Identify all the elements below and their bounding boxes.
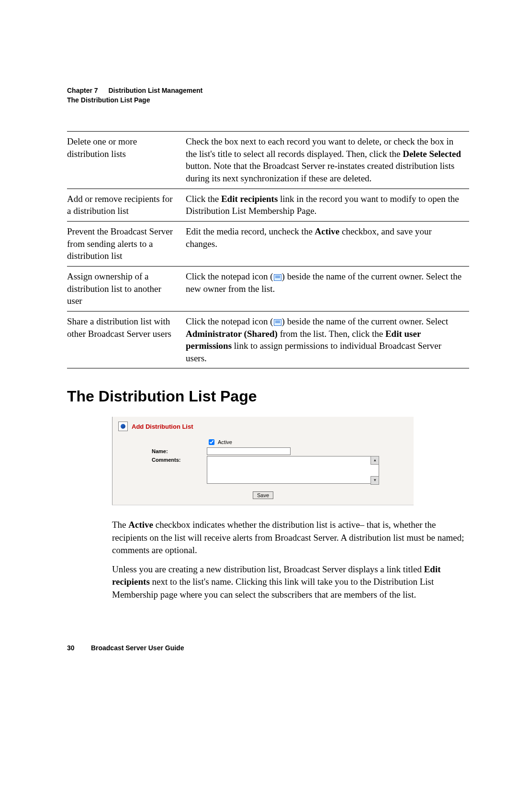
task-cell: Delete one or more distribution lists [67, 132, 186, 189]
save-button[interactable]: Save [253, 491, 273, 499]
task-cell: Share a distribution list with other Bro… [67, 311, 186, 368]
tasks-table: Delete one or more distribution lists Ch… [67, 131, 469, 368]
name-label: Name: [152, 447, 207, 454]
chapter-label: Chapter 7 [67, 87, 98, 94]
name-field[interactable] [207, 447, 291, 455]
desc-cell: Click the notepad icon () beside the nam… [186, 311, 469, 368]
desc-cell: Click the notepad icon () beside the nam… [186, 266, 469, 311]
page-number: 30 [67, 644, 89, 652]
scroll-down-icon[interactable]: ▾ [371, 476, 379, 485]
desc-cell: Edit the media record, uncheck the Activ… [186, 222, 469, 267]
comments-label: Comments: [152, 456, 207, 463]
desc-cell: Click the Edit recipients link in the re… [186, 189, 469, 221]
active-checkbox[interactable] [209, 439, 214, 445]
scroll-up-icon[interactable]: ▴ [371, 456, 379, 465]
task-cell: Assign ownership of a distribution list … [67, 266, 186, 311]
active-label: Active [218, 439, 232, 445]
desc-cell: Check the box next to each record you wa… [186, 132, 469, 189]
notepad-icon [274, 274, 281, 281]
table-row: Assign ownership of a distribution list … [67, 266, 469, 311]
task-cell: Add or remove recipients for a distribut… [67, 189, 186, 221]
header-subtitle: The Distribution List Page [67, 96, 469, 105]
table-row: Share a distribution list with other Bro… [67, 311, 469, 368]
body-paragraph: Unless you are creating a new distributi… [112, 563, 466, 601]
table-row: Prevent the Broadcast Server from sendin… [67, 222, 469, 267]
chapter-title: Distribution List Management [108, 87, 202, 94]
notepad-icon [274, 319, 281, 326]
body-paragraph: The Active checkbox indicates whether th… [112, 519, 466, 556]
table-row: Delete one or more distribution lists Ch… [67, 132, 469, 189]
page-footer: 30 Broadcast Server User Guide [67, 644, 469, 652]
dialog-title: Add Distribution List [132, 423, 193, 430]
table-row: Add or remove recipients for a distribut… [67, 189, 469, 221]
comments-field[interactable] [207, 456, 379, 484]
page-header: Chapter 7 Distribution List Management T… [67, 86, 469, 105]
doc-title: Broadcast Server User Guide [91, 644, 184, 652]
dialog-icon [118, 422, 128, 431]
screenshot-figure: Add Distribution List Active Name: Comme… [112, 417, 469, 505]
task-cell: Prevent the Broadcast Server from sendin… [67, 222, 186, 267]
section-heading: The Distribution List Page [67, 388, 469, 405]
